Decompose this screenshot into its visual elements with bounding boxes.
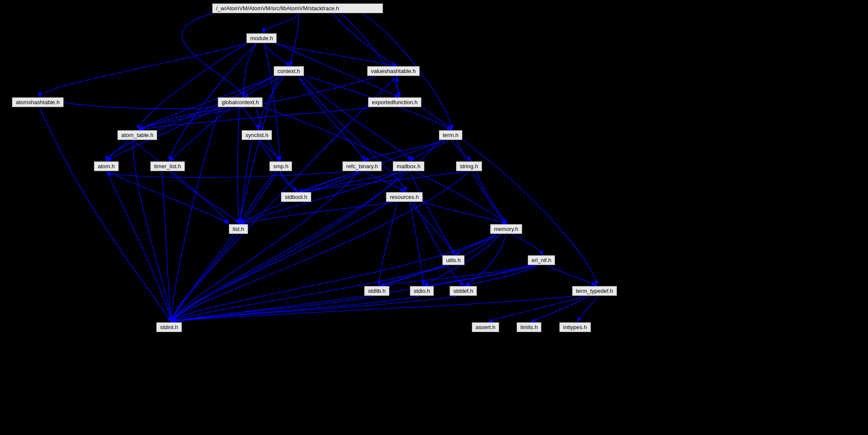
node-list: list.h bbox=[229, 224, 248, 234]
node-stdlib: stdlib.h bbox=[364, 286, 389, 296]
node-mailbox: mailbox.h bbox=[393, 161, 424, 171]
node-stdbool: stdbool.h bbox=[281, 192, 311, 202]
node-stdio: stdio.h bbox=[410, 286, 434, 296]
node-utils: utils.h bbox=[442, 255, 465, 265]
node-smp: smp.h bbox=[269, 161, 292, 171]
node-resources: resources.h bbox=[386, 192, 423, 202]
node-assert: assert.h bbox=[472, 322, 499, 332]
node-synclist: synclist.h bbox=[242, 130, 272, 140]
node-atom: atom.h bbox=[94, 161, 119, 171]
node-term-typedef: term_typedef.h bbox=[572, 286, 617, 296]
node-context: context.h bbox=[274, 66, 304, 76]
node-timer-list: timer_list.h bbox=[150, 161, 185, 171]
node-term: term.h bbox=[439, 130, 462, 140]
node-stacktrace: /_w/AtomVM/AtomVM/src/libAtomVM/stacktra… bbox=[212, 3, 383, 13]
node-refc-binary: refc_binary.h bbox=[342, 161, 382, 171]
node-valueshashtable: valueshashtable.h bbox=[367, 66, 420, 76]
node-string: string.h bbox=[456, 161, 482, 171]
node-inttypes: inttypes.h bbox=[559, 322, 591, 332]
dependency-graph bbox=[0, 0, 868, 435]
node-module: module.h bbox=[246, 33, 277, 43]
node-memory: memory.h bbox=[490, 224, 522, 234]
node-exportedfunction: exportedfunction.h bbox=[368, 97, 421, 107]
node-globalcontext: globalcontext.h bbox=[218, 97, 263, 107]
node-stdint: stdint.h bbox=[156, 322, 182, 332]
node-atomshashtable: atomshashtable.h bbox=[12, 97, 64, 107]
node-stddef: stddef.h bbox=[450, 286, 477, 296]
node-limits: limits.h bbox=[517, 322, 541, 332]
node-atom-table: atom_table.h bbox=[117, 130, 157, 140]
node-erl-nif: erl_nif.h bbox=[528, 255, 555, 265]
